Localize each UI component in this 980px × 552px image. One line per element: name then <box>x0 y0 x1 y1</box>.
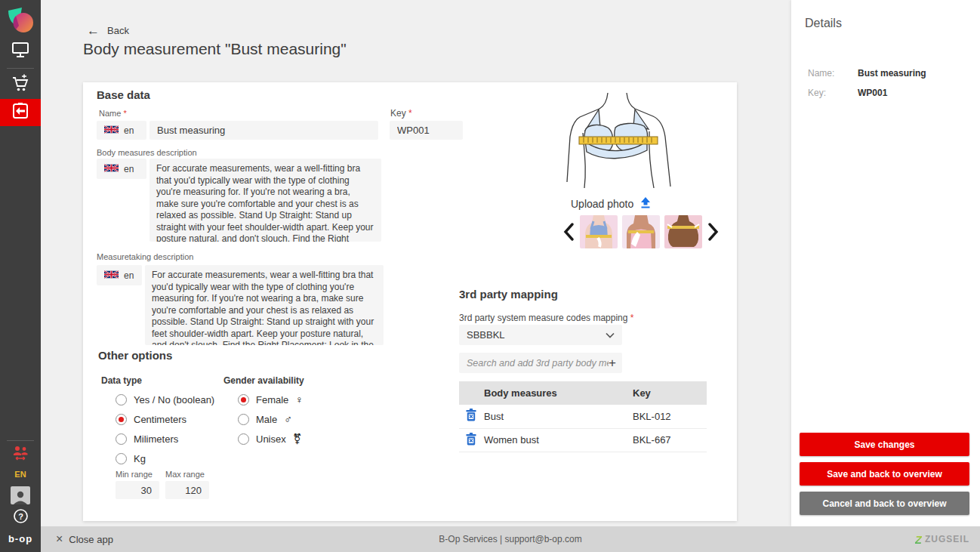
carousel-next-button[interactable] <box>707 220 720 243</box>
radio-male[interactable]: Male♂ <box>238 409 304 429</box>
add-icon[interactable]: + <box>609 356 616 369</box>
measure-key-cell: BKL-667 <box>633 428 707 452</box>
body-desc-label: Body measures description <box>97 148 197 157</box>
radio-kg[interactable]: Kg <box>116 449 214 468</box>
radio-icon-checked <box>238 394 249 406</box>
uk-flag-icon <box>104 164 119 174</box>
details-key-row: Key: WP001 <box>808 88 980 98</box>
sidebar: EN ? b-op <box>0 0 41 552</box>
back-button[interactable]: ← Back <box>87 24 129 37</box>
key-input[interactable] <box>390 121 463 140</box>
sidebar-item-displays[interactable] <box>0 38 41 65</box>
radio-icon <box>238 414 249 425</box>
max-range-label: Max range <box>165 470 205 479</box>
app-logo-icon[interactable] <box>5 6 35 38</box>
section-title-base-data: Base data <box>97 88 150 101</box>
search-measures-container: + <box>459 353 622 373</box>
sidebar-item-measurements-active[interactable] <box>0 99 41 126</box>
photo-thumbnail-2[interactable] <box>622 215 660 248</box>
save-changes-button[interactable]: Save changes <box>800 433 969 456</box>
bop-logo: b-op <box>8 533 32 544</box>
search-measures-input[interactable] <box>467 358 609 369</box>
key-label: Key * <box>390 108 412 119</box>
max-range-input[interactable] <box>165 481 209 499</box>
uk-flag-icon <box>104 125 119 136</box>
delete-measure-icon[interactable] <box>465 409 479 424</box>
table-row: Bust BKL-012 <box>459 405 707 428</box>
female-icon: ♀ <box>295 393 304 406</box>
upload-icon <box>639 197 652 211</box>
codes-mapping-label: 3rd party system measure codes mapping * <box>459 313 633 323</box>
lang-code: en <box>124 164 134 174</box>
measure-name-cell: Bust <box>479 405 633 428</box>
sidebar-divider <box>7 440 34 441</box>
name-input[interactable] <box>149 121 378 140</box>
details-name-row: Name: Bust measuring <box>808 68 980 79</box>
cart-add-icon <box>11 74 30 97</box>
details-name-value: Bust measuring <box>858 68 926 79</box>
male-icon: ♂ <box>284 413 292 425</box>
radio-yes-no[interactable]: Yes / No (boolean) <box>116 390 214 409</box>
help-button[interactable]: ? <box>0 507 41 527</box>
photo-thumbnail-1[interactable] <box>580 215 618 248</box>
close-app-button[interactable]: × Close app <box>56 533 113 545</box>
measure-desc-language-chip[interactable]: en <box>97 265 142 285</box>
lang-code: en <box>124 270 134 281</box>
app-window: EN ? b-op ← Back Body measurement "Bust … <box>0 0 980 552</box>
radio-milimeters[interactable]: Milimeters <box>116 429 214 449</box>
save-back-button[interactable]: Save and back to overview <box>800 462 969 486</box>
details-panel: Details Name: Bust measuring Key: WP001 … <box>791 0 980 526</box>
radio-icon <box>238 433 249 445</box>
select-value: SBBBKL <box>467 329 505 341</box>
radio-icon <box>116 394 127 406</box>
name-label: Name * <box>99 109 127 118</box>
col-key: Key <box>633 381 707 405</box>
col-body-measures: Body measures <box>479 381 633 405</box>
lang-code: en <box>124 125 134 136</box>
body-desc-language-chip[interactable]: en <box>97 159 146 179</box>
language-selector[interactable]: EN <box>14 470 26 479</box>
footer-bar: × Close app B-Op Services | support@b-op… <box>41 526 980 552</box>
measure-desc-textarea[interactable]: For accurate measurements, wear a well-f… <box>145 265 384 345</box>
codes-mapping-select[interactable]: SBBBKL <box>459 325 622 345</box>
details-key-label: Key: <box>808 88 858 98</box>
carousel-prev-button[interactable] <box>562 220 575 243</box>
page-title: Body measurement "Bust measuring" <box>83 40 347 58</box>
section-title-other-options: Other options <box>98 349 172 362</box>
upload-photo-button[interactable]: Upload photo <box>571 197 652 211</box>
sidebar-item-shop[interactable] <box>0 72 41 99</box>
edit-form-card: Base data Name * en Key * Body measures … <box>83 82 737 521</box>
min-range-label: Min range <box>116 470 153 479</box>
clipboard-return-icon <box>11 101 30 124</box>
body-desc-textarea[interactable]: For accurate measurements, wear a well-f… <box>149 159 381 242</box>
data-type-label: Data type <box>101 375 142 386</box>
body-measures-table: Body measures Key Bust BKL-012 <box>459 381 707 452</box>
unisex-icon: ⚧ <box>293 433 302 445</box>
back-arrow-icon: ← <box>87 24 100 37</box>
help-icon: ? <box>13 508 29 527</box>
min-range-input[interactable] <box>116 481 159 499</box>
section-title-3rd-party: 3rd party mapping <box>459 288 558 301</box>
monitor-icon <box>11 42 29 61</box>
gender-radio-group: Female♀ Male♂ Unisex⚧ <box>238 390 304 449</box>
footer-support-text: B-Op Services | support@b-op.com <box>41 534 980 544</box>
radio-centimeters[interactable]: Centimeters <box>116 409 214 429</box>
cancel-back-button[interactable]: Cancel and back to overview <box>800 492 969 515</box>
users-switch-icon <box>11 446 29 464</box>
upload-label: Upload photo <box>571 198 633 210</box>
table-header-row: Body measures Key <box>459 381 707 405</box>
photo-carousel <box>562 215 720 248</box>
zugseil-brand-text: ZUGSEIL <box>925 534 969 544</box>
radio-unisex[interactable]: Unisex⚧ <box>238 429 304 449</box>
photo-thumbnail-3[interactable] <box>664 215 702 248</box>
close-app-label: Close app <box>69 534 113 545</box>
details-title: Details <box>805 17 980 30</box>
gender-label: Gender availability <box>223 375 304 386</box>
data-type-radio-group: Yes / No (boolean) Centimeters Milimeter… <box>116 390 214 468</box>
user-avatar[interactable] <box>11 486 30 504</box>
name-language-chip[interactable]: en <box>97 121 146 140</box>
sidebar-item-user-switch[interactable] <box>0 444 41 465</box>
details-name-label: Name: <box>808 68 858 79</box>
radio-female[interactable]: Female♀ <box>238 390 304 409</box>
delete-measure-icon[interactable] <box>465 433 479 448</box>
